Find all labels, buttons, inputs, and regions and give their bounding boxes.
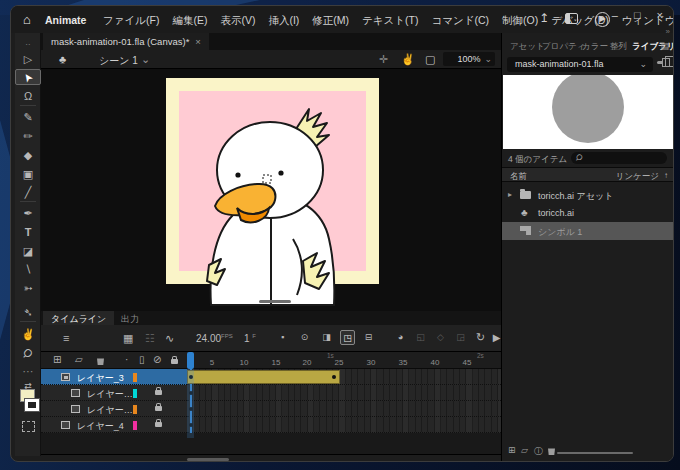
close-button[interactable]: ×	[657, 9, 663, 21]
tab-output[interactable]: 出力	[113, 311, 147, 325]
scene-clapper-icon[interactable]: ♣	[59, 53, 66, 65]
transform-point-marker[interactable]	[263, 175, 271, 183]
new-folder-button[interactable]: ▱	[75, 354, 83, 365]
center-stage-icon[interactable]: ✛	[379, 53, 388, 66]
loop-button[interactable]: ↻	[473, 330, 488, 345]
insert-blank-keyframe-button[interactable]: ◨	[319, 330, 334, 345]
layer-color-swatch[interactable]	[133, 421, 137, 430]
home-icon[interactable]: ⌂	[23, 12, 31, 27]
subselection-tool[interactable]: ▷	[15, 51, 41, 67]
library-search-field[interactable]: Ϙ	[571, 152, 667, 164]
stroke-color-swatch[interactable]	[25, 399, 39, 411]
more-tools-icon[interactable]: ⋯	[15, 363, 41, 379]
workspace-icon[interactable]	[565, 13, 578, 24]
menu-view[interactable]: 表示(V)	[220, 14, 255, 28]
timeline-horizontal-scrollbar[interactable]	[41, 454, 501, 462]
remove-tween-button[interactable]: ⊟	[361, 330, 376, 345]
layer-row-4[interactable]: レイヤー_4	[41, 417, 187, 433]
visibility-column-icon[interactable]: ⊘	[153, 354, 161, 365]
asset-warp-tool[interactable]: ➳	[15, 280, 41, 296]
insert-keyframe-button[interactable]: ⊙	[297, 330, 312, 345]
frames-row-1[interactable]	[187, 369, 501, 385]
layer-color-swatch[interactable]	[133, 373, 137, 382]
layer-name[interactable]: レイヤー…	[87, 388, 133, 401]
frames-row-2[interactable]	[187, 385, 501, 401]
item-properties-button[interactable]: ⓘ	[534, 445, 543, 458]
clip-content-icon[interactable]: ▢	[425, 53, 435, 66]
collapse-panels-icon[interactable]: »	[666, 27, 670, 36]
lasso-tool[interactable]: Ω	[15, 88, 41, 104]
camera-icon[interactable]: ▦	[123, 332, 133, 345]
playhead[interactable]	[187, 352, 194, 369]
frames-row-4[interactable]	[187, 417, 501, 433]
layer-name[interactable]: レイヤー_4	[77, 420, 124, 433]
paint-bucket-tool[interactable]: ◪	[15, 243, 41, 259]
onion-skin-button[interactable]: ◕	[393, 330, 408, 345]
column-linkage[interactable]: リンケージ	[616, 171, 659, 183]
tab-properties[interactable]: プロパティ	[542, 41, 586, 53]
menu-edit[interactable]: 編集(E)	[172, 14, 207, 28]
menu-control[interactable]: 制御(O)	[502, 14, 538, 28]
publish-preview-icon[interactable]: ▶	[595, 12, 610, 27]
library-document-select[interactable]: mask-animation-01.fla ⌄	[507, 57, 653, 72]
layer-depth-icon[interactable]: ☷	[145, 332, 155, 345]
frame-ruler[interactable]: 5 10 15 20 25 30 35 40 45 1s 2s	[187, 352, 501, 369]
tab-timeline[interactable]: タイムライン	[43, 311, 114, 325]
classic-brush-tool[interactable]: ✏	[15, 128, 41, 144]
library-item-graphic[interactable]: ♣ toricch.ai	[502, 204, 673, 222]
scene-name[interactable]: シーン 1	[99, 54, 138, 68]
line-tool[interactable]: ╱	[15, 184, 41, 200]
new-symbol-button[interactable]: ⊞	[508, 445, 516, 455]
library-item-symbol[interactable]: シンボル 1	[502, 222, 673, 240]
stage-canvas[interactable]	[41, 69, 501, 311]
panel-menu-icon[interactable]: ▤	[660, 41, 669, 51]
scrollbar-thumb[interactable]	[187, 458, 229, 461]
eyedropper-tool[interactable]: ∖	[15, 261, 41, 277]
tab-assets[interactable]: アセット	[510, 41, 545, 53]
expander-icon[interactable]: ▸	[508, 190, 512, 199]
menu-text[interactable]: テキスト(T)	[362, 14, 418, 28]
bone-tool[interactable]: ➴	[15, 304, 41, 320]
menu-insert[interactable]: 挿入(I)	[268, 14, 299, 28]
tween-span[interactable]	[187, 370, 340, 385]
layer-color-swatch[interactable]	[133, 389, 137, 398]
free-transform-tool[interactable]: ▣	[15, 166, 41, 182]
menu-commands[interactable]: コマンド(C)	[431, 14, 489, 28]
lock-icon[interactable]	[155, 390, 162, 395]
menu-modify[interactable]: 修正(M)	[312, 14, 349, 28]
hand-tool[interactable]: ✌	[15, 326, 41, 342]
layer-name[interactable]: レイヤー_3	[77, 372, 124, 385]
layer-row-1[interactable]: レイヤー_3	[41, 369, 187, 385]
lock-column-icon[interactable]	[171, 359, 178, 364]
delete-layer-button[interactable]	[97, 357, 104, 365]
auto-keyframe-button[interactable]: ▪	[275, 330, 290, 345]
custom-onion-button[interactable]: ◲	[453, 330, 468, 345]
new-layer-button[interactable]: ⊞	[53, 354, 61, 365]
maximize-button[interactable]: □	[634, 9, 641, 21]
library-item-folder[interactable]: ▸ toricch.ai アセット	[502, 186, 673, 204]
stage-horizontal-scrollbar[interactable]	[259, 300, 291, 303]
share-icon[interactable]: ↥	[539, 11, 549, 25]
text-tool[interactable]: T	[15, 224, 41, 240]
layer-parenting-icon[interactable]: ≡	[63, 332, 69, 344]
create-tween-button[interactable]: ◳	[340, 330, 355, 345]
lock-icon[interactable]	[155, 422, 162, 427]
marquee-tool-icon[interactable]	[22, 421, 35, 432]
layer-row-3[interactable]: レイヤー…	[41, 401, 187, 417]
chevron-down-icon[interactable]: ⌄	[141, 53, 150, 66]
highlight-column-icon[interactable]: ·	[125, 354, 128, 365]
library-horizontal-scrollbar[interactable]	[557, 452, 633, 454]
tab-close-icon[interactable]: ×	[195, 36, 201, 47]
frame-rate-value[interactable]: 24.00FPS	[196, 333, 233, 344]
column-name[interactable]: 名前	[510, 171, 527, 183]
tab-color[interactable]: カラー	[582, 41, 608, 53]
onion-skin-outline-button[interactable]: ◱	[413, 330, 428, 345]
delete-item-button[interactable]	[548, 447, 555, 455]
minimize-button[interactable]: –	[612, 9, 618, 21]
outline-column-icon[interactable]: ▯	[139, 354, 145, 365]
new-library-panel-icon[interactable]	[662, 58, 670, 67]
graph-editor-icon[interactable]: ∿	[165, 332, 174, 345]
document-tab[interactable]: mask-animation-01.fla (Canvas)*×	[43, 33, 209, 50]
fluid-brush-tool[interactable]: ✎	[15, 109, 41, 125]
layer-row-2[interactable]: レイヤー…	[41, 385, 187, 401]
